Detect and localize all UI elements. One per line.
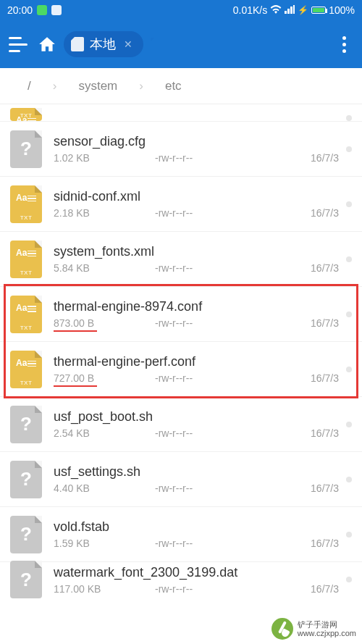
- file-size: 5.84 KB: [54, 262, 155, 274]
- battery-icon: [311, 7, 326, 14]
- file-row[interactable]: thermal-engine-8974.conf873.00 B-rw-r--r…: [0, 287, 362, 342]
- file-name: watermark_font_2300_3199.dat: [54, 565, 339, 580]
- selection-dot[interactable]: [346, 532, 352, 538]
- selection-dot[interactable]: [346, 477, 352, 482]
- notification-icon: [37, 5, 47, 15]
- unknown-file-icon: [10, 406, 42, 443]
- file-name: sidnid-conf.xml: [54, 189, 339, 204]
- home-button[interactable]: [38, 35, 56, 54]
- file-date: 16/7/3: [311, 583, 339, 595]
- file-date: 16/7/3: [311, 152, 339, 164]
- file-size: 727.00 B: [54, 372, 155, 384]
- selection-dot[interactable]: [346, 311, 352, 317]
- file-row[interactable]: 17.41 KB-rw-r--r--16/7/3: [0, 104, 362, 122]
- location-chip[interactable]: 本地 ✕: [64, 31, 143, 57]
- selection-dot[interactable]: [346, 422, 352, 427]
- file-size: 117.00 KB: [54, 583, 155, 595]
- text-file-icon: [10, 351, 42, 388]
- file-body: watermark_font_2300_3199.dat117.00 KB-rw…: [54, 565, 339, 595]
- unknown-file-icon: [10, 130, 42, 168]
- network-speed: 0.01K/s: [233, 4, 267, 16]
- unknown-file-icon: [10, 561, 42, 598]
- text-file-icon: [10, 296, 42, 333]
- file-permissions: -rw-r--r--: [155, 583, 227, 595]
- file-row[interactable]: sensor_diag.cfg1.02 KB-rw-r--r--16/7/3: [0, 122, 362, 177]
- file-permissions: -rw-r--r--: [155, 262, 227, 274]
- file-size: 1.59 KB: [54, 538, 155, 549]
- file-permissions: -rw-r--r--: [155, 152, 227, 164]
- selection-dot[interactable]: [346, 146, 352, 152]
- close-icon[interactable]: ✕: [122, 38, 135, 51]
- file-row[interactable]: sidnid-conf.xml2.18 KB-rw-r--r--16/7/3: [0, 177, 362, 232]
- file-name: usf_settings.sh: [54, 464, 339, 480]
- wifi-icon: [270, 4, 282, 16]
- selection-dot[interactable]: [346, 367, 352, 372]
- file-row[interactable]: usf_settings.sh4.40 KB-rw-r--r--16/7/3: [0, 452, 362, 507]
- file-body: thermal-engine-8974.conf873.00 B-rw-r--r…: [54, 299, 339, 329]
- file-permissions: -rw-r--r--: [155, 427, 227, 439]
- file-size: 2.54 KB: [54, 427, 155, 439]
- file-body: sensor_diag.cfg1.02 KB-rw-r--r--16/7/3: [54, 134, 339, 164]
- file-name: thermal-engine-perf.conf: [54, 354, 339, 369]
- file-size: 2.18 KB: [54, 207, 155, 219]
- file-row[interactable]: vold.fstab1.59 KB-rw-r--r--16/7/3: [0, 507, 362, 562]
- file-body: vold.fstab1.59 KB-rw-r--r--16/7/3: [54, 519, 339, 549]
- file-size: 873.00 B: [54, 317, 155, 329]
- status-bar: 20:00 0.01K/s ⚡ 100%: [0, 0, 362, 20]
- watermark-url: www.czjxpp.com: [298, 629, 356, 637]
- file-date: 16/7/3: [311, 317, 339, 329]
- text-file-icon: [10, 185, 42, 223]
- selection-dot[interactable]: [346, 256, 352, 262]
- charging-icon: ⚡: [298, 5, 308, 15]
- file-list[interactable]: 17.41 KB-rw-r--r--16/7/3sensor_diag.cfg1…: [0, 104, 362, 644]
- file-name: vold.fstab: [54, 519, 339, 535]
- watermark: 铲子手游网 www.czjxpp.com: [272, 618, 356, 640]
- status-time: 20:00: [7, 4, 33, 16]
- breadcrumb-segment[interactable]: system: [56, 79, 139, 93]
- app-bar: 本地 ✕: [0, 20, 362, 68]
- signal-icon: [285, 4, 295, 16]
- text-file-icon: [10, 108, 42, 121]
- location-label: 本地: [90, 35, 116, 53]
- selection-dot[interactable]: [346, 201, 352, 207]
- file-size: 4.40 KB: [54, 482, 155, 494]
- file-body: usf_settings.sh4.40 KB-rw-r--r--16/7/3: [54, 464, 339, 494]
- selection-dot[interactable]: [346, 577, 352, 582]
- menu-button[interactable]: [6, 32, 30, 57]
- storage-icon: [71, 37, 84, 51]
- file-permissions: -rw-r--r--: [155, 538, 227, 549]
- breadcrumb-segment[interactable]: etc: [143, 79, 203, 93]
- file-permissions: -rw-r--r--: [155, 207, 227, 219]
- file-date: 16/7/3: [311, 427, 339, 439]
- selection-dot[interactable]: [346, 115, 352, 121]
- file-name: system_fonts.xml: [54, 244, 339, 259]
- file-row[interactable]: usf_post_boot.sh2.54 KB-rw-r--r--16/7/3: [0, 397, 362, 452]
- watermark-title: 铲子手游网: [298, 620, 356, 629]
- file-row[interactable]: system_fonts.xml5.84 KB-rw-r--r--16/7/3: [0, 232, 362, 287]
- breadcrumb: / › system › etc: [0, 68, 362, 104]
- storage-icon: [151, 38, 164, 51]
- file-size: 1.02 KB: [54, 152, 155, 164]
- file-body: sidnid-conf.xml2.18 KB-rw-r--r--16/7/3: [54, 189, 339, 219]
- file-permissions: -rw-r--r--: [155, 482, 227, 494]
- file-body: system_fonts.xml5.84 KB-rw-r--r--16/7/3: [54, 244, 339, 274]
- text-file-icon: [10, 241, 42, 278]
- file-date: 16/7/3: [311, 207, 339, 219]
- file-date: 16/7/3: [311, 538, 339, 549]
- unknown-file-icon: [10, 461, 42, 498]
- notification-icon: [51, 5, 62, 15]
- file-date: 16/7/3: [311, 482, 339, 494]
- breadcrumb-root[interactable]: /: [6, 79, 53, 93]
- file-permissions: -rw-r--r--: [155, 372, 227, 384]
- file-name: usf_post_boot.sh: [54, 409, 339, 425]
- shovel-icon: [272, 618, 293, 640]
- file-row[interactable]: watermark_font_2300_3199.dat117.00 KB-rw…: [0, 562, 362, 597]
- file-body: thermal-engine-perf.conf727.00 B-rw-r--r…: [54, 354, 339, 384]
- file-date: 16/7/3: [311, 262, 339, 274]
- overflow-menu-button[interactable]: [332, 32, 356, 57]
- file-body: usf_post_boot.sh2.54 KB-rw-r--r--16/7/3: [54, 409, 339, 439]
- battery-percent: 100%: [329, 4, 355, 16]
- file-row[interactable]: thermal-engine-perf.conf727.00 B-rw-r--r…: [0, 342, 362, 397]
- file-date: 16/7/3: [311, 372, 339, 384]
- file-name: thermal-engine-8974.conf: [54, 299, 339, 314]
